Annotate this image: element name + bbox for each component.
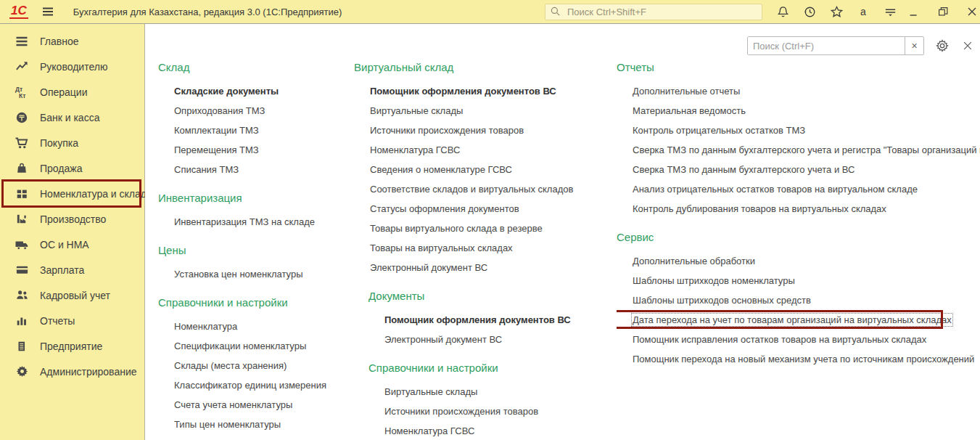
menu-link[interactable]: Контроль отрицательных остатков ТМЗ [617,124,980,137]
menu-link[interactable]: Перемещения ТМЗ [158,144,355,156]
menu-link[interactable]: Сведения о номенклатуре ГСВС [354,163,617,176]
menu-link[interactable]: Помощник оформления документов ВС [354,85,617,97]
menu-link-label: Шаблоны штрихкодов основных средств [633,295,811,306]
settings-gear-icon[interactable] [935,38,950,53]
menu-link[interactable]: Номенклатура ГСВС [368,425,617,437]
menu-link[interactable]: Дата перехода на учет по товарам организ… [617,314,980,326]
menu-link[interactable]: Электронный документ ВС [368,333,617,346]
panel-search-input[interactable] [748,37,905,54]
menu-link[interactable]: Шаблоны штрихкодов номенклатуры [617,274,980,287]
menu-link[interactable]: Склады (места хранения) [158,359,355,372]
menu-link-label: Соответствие складов и виртуальных склад… [370,184,573,195]
section-title: Сервис [617,231,980,243]
menu-link-label: Шаблоны штрихкодов номенклатуры [633,275,795,286]
menu-link[interactable]: Электронный документ ВС [354,261,617,274]
menu-link[interactable]: Установка цен номенклатуры [158,268,355,280]
menu-link[interactable]: Дополнительные обработки [617,255,980,267]
menu-link[interactable]: Номенклатура [158,320,355,333]
sidebar-item-fixed-assets[interactable]: ОС и НМА [0,232,144,257]
menu-link-label: Спецификации номенклатуры [174,341,306,351]
sidebar-item-production[interactable]: Производство [0,206,144,232]
menu-link[interactable]: Помощник исправления остатков товаров на… [617,333,980,346]
menu-link[interactable]: Помощник перехода на новый механизм учет… [617,353,980,365]
section-title: Инвентаризация [158,192,355,204]
close-panel-icon[interactable] [960,38,975,53]
sidebar-item-reports[interactable]: Отчеты [0,308,144,333]
sidebar-item-administration[interactable]: Администрирование [0,359,144,384]
clear-search-button[interactable]: × [905,37,923,54]
menu-link[interactable]: Номенклатура ГСВС [354,144,617,156]
sidebar-item-label: Руководителю [40,61,107,73]
menu-link[interactable]: Комплектации ТМЗ [158,124,355,137]
menu-caret-icon[interactable] [883,4,897,19]
section-sidebar: ГлавноеРуководителюДтКтОперацииБанк и ка… [0,24,145,440]
history-icon[interactable] [802,4,817,19]
bag-icon [15,161,29,176]
section-title: Справочники и настройки [368,362,617,374]
menu-link[interactable]: Списания ТМЗ [158,163,355,176]
menu-link[interactable]: Источники происхождения товаров [354,124,617,137]
star-icon[interactable] [829,4,844,19]
sidebar-item-purchase[interactable]: Покупка [0,130,144,155]
menu-link[interactable]: Складские документы [158,85,355,97]
sidebar-item-label: ОС и НМА [40,239,89,250]
menu-link-label: Товары виртуального склада в резерве [370,223,543,234]
sidebar-item-label: Зарплата [40,264,84,276]
menu-link[interactable]: Источники происхождения товаров [368,405,617,417]
menu-link[interactable]: Товары на виртуальных складах [354,242,617,254]
bell-icon[interactable] [775,4,790,19]
menu-group: ЦеныУстановка цен номенклатуры [158,244,355,280]
sidebar-item-bank-cash[interactable]: Банк и касса [0,105,144,130]
menu-group: ОтчетыДополнительные отчетыМатериальная … [617,61,980,215]
close-icon[interactable] [965,5,979,18]
section-title: Отчеты [617,61,980,73]
sidebar-item-main[interactable]: Главное [0,28,144,54]
sidebar-item-label: Администрирование [40,366,137,378]
menu-link[interactable]: Товары виртуального склада в резерве [354,222,617,235]
menu-column-2: Виртуальный складПомощник оформления док… [354,61,617,440]
global-search-input[interactable] [545,4,762,20]
restore-icon[interactable] [936,5,950,18]
letter-a-icon[interactable]: a [856,4,870,19]
1c-logo: 1С [9,4,28,19]
menu-link[interactable]: Виртуальные склады [354,105,617,117]
global-search-field[interactable] [566,6,757,18]
menu-link[interactable]: Анализ отрицательных остатков товаров на… [617,183,980,195]
menu-link[interactable]: Контроль дублирования товаров на виртуал… [617,203,980,215]
grid-icon [15,187,29,201]
menu-link[interactable]: Дополнительные отчеты [617,85,980,97]
menu-link-label: Материальная ведомость [633,105,746,116]
menu-link-label: Статусы оформления документов [370,203,519,214]
window-title: Бухгалтерия для Казахстана, редакция 3.0… [73,7,342,17]
dtkt-icon: ДтКт [15,85,29,99]
section-title: Склад [158,61,355,73]
sidebar-item-nomenclature-warehouse[interactable]: Номенклатура и склад [0,181,144,206]
minimize-icon[interactable] [907,5,921,18]
sidebar-item-enterprise[interactable]: Предприятие [0,333,144,359]
menu-link[interactable]: Статусы оформления документов [354,203,617,215]
menu-link[interactable]: Оприходования ТМЗ [158,105,355,117]
panel-toolbar: × [747,36,975,55]
menu-link[interactable]: Сверка ТМЗ по данным бухгалтерского учет… [617,163,980,176]
main-menu-icon[interactable] [41,4,55,19]
truck-icon [15,237,29,252]
sidebar-item-salary[interactable]: Зарплата [0,257,144,282]
menu-link[interactable]: Шаблоны штрихкодов основных средств [617,294,980,306]
menu-link[interactable]: Помощник оформления документов ВС [368,314,617,326]
menu-link-label: Классификатор единиц измерения [174,380,326,391]
menu-link[interactable]: Материальная ведомость [617,105,980,117]
sidebar-item-hr[interactable]: Кадровый учет [0,282,144,308]
menu-link[interactable]: Счета учета номенклатуры [158,399,355,411]
menu-link[interactable]: Типы цен номенклатуры [158,418,355,431]
menu-link[interactable]: Классификатор единиц измерения [158,379,355,391]
sidebar-item-sales[interactable]: Продажа [0,155,144,181]
menu-link[interactable]: Виртуальные склады [368,386,617,398]
sidebar-item-manager[interactable]: Руководителю [0,54,144,79]
svg-text:Кт: Кт [19,92,25,99]
menu-link[interactable]: Инвентаризация ТМЗ на складе [158,216,355,228]
menu-link[interactable]: Сверка ТМЗ по данным бухгалтерского учет… [617,144,980,156]
menu-link-label: Оприходования ТМЗ [174,105,265,116]
sidebar-item-operations[interactable]: ДтКтОперации [0,79,144,105]
menu-link[interactable]: Спецификации номенклатуры [158,340,355,352]
menu-link[interactable]: Соответствие складов и виртуальных склад… [354,183,617,195]
